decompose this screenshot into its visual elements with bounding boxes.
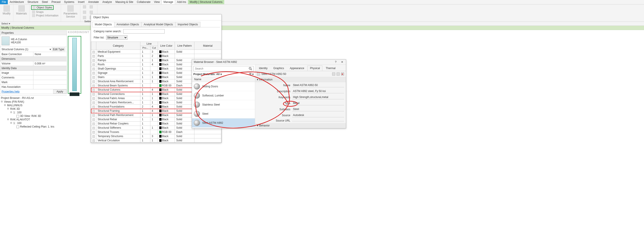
material-library-label[interactable]: Project Materials: All ▾ (193, 73, 222, 76)
rak-alakatot-node[interactable]: RAK ALAKATOT (7, 118, 66, 121)
materials-tool[interactable]: Materials (15, 5, 28, 15)
section-behavior[interactable]: ▾Behavior (255, 123, 346, 128)
tab-analytical-objects[interactable]: Analytical Model Objects (141, 22, 175, 27)
category-row[interactable]: +Vertical Circulation11BlackSolid (91, 138, 221, 143)
generic-icon[interactable] (83, 16, 86, 19)
tab-architecture[interactable]: Architecture (8, 0, 26, 4)
cat-name[interactable]: Parts (96, 54, 140, 58)
mattab-graphics[interactable]: Graphics (271, 65, 286, 71)
prop-comments-value[interactable] (33, 75, 66, 80)
tab-annotation-objects[interactable]: Annotation Objects (114, 22, 142, 27)
help-icon[interactable]: ? (335, 60, 338, 63)
material-item[interactable]: Softwood, Lumber (192, 91, 255, 100)
material-item[interactable]: Steel ASTM A992 (192, 118, 255, 128)
cat-name[interactable]: Structural Fabric Areas (96, 96, 140, 100)
modify-tool[interactable]: Modify (1, 5, 12, 15)
mattab-physical[interactable]: Physical (308, 65, 322, 71)
category-row[interactable]: +Structural Trusses1RGB 00Dash (91, 130, 221, 134)
info-name-value[interactable]: Steel ASTM A992-50 (292, 83, 344, 87)
cat-name[interactable]: Temporary Structures (96, 134, 140, 138)
tab-precast[interactable]: Precast (50, 0, 62, 4)
info-source-value[interactable]: Autodesk (292, 113, 344, 117)
category-row[interactable]: +Medical Equipment13BlackSolid (91, 50, 221, 54)
material-item[interactable]: Stainless Steel (192, 100, 255, 109)
cat-name[interactable]: Shaft Openings (96, 67, 140, 71)
project-info-button[interactable]: Project Information (31, 14, 60, 17)
mattab-appearance[interactable]: Appearance (288, 65, 307, 71)
cat-name[interactable]: Structural Beam Systems (96, 84, 140, 88)
cat-name[interactable]: Vertical Circulation (96, 138, 140, 143)
rak3d-node[interactable]: RAK 3D (7, 107, 66, 111)
tab-file[interactable]: File (0, 0, 8, 4)
cat-name[interactable]: Ramps (96, 58, 140, 62)
cat-name[interactable]: Medical Equipment (96, 50, 140, 54)
properties-help-link[interactable]: Properties help (0, 89, 21, 94)
tab-addins[interactable]: Add-Ins (175, 0, 188, 4)
cat-name[interactable]: Structural Path Reinforcement (96, 113, 140, 117)
generic-icon[interactable] (90, 11, 93, 14)
column-element[interactable] (72, 38, 77, 91)
tab-massing[interactable]: Massing & Site (114, 0, 135, 4)
cat-name[interactable]: Structural Area Reinforcement (96, 79, 140, 84)
search-icon[interactable] (248, 67, 252, 71)
tab-collaborate[interactable]: Collaborate (135, 0, 152, 4)
material-item[interactable]: Steel (192, 109, 255, 118)
category-row[interactable]: +Temporary Structures13BlackSolid (91, 134, 221, 138)
category-row[interactable]: +Parts12Black (91, 54, 221, 58)
cat-name[interactable]: Signage (96, 71, 140, 75)
info-desc-value[interactable]: ASTM A992 steel, Fy 50 ksi (292, 89, 344, 93)
info-type-value[interactable]: Metal (292, 101, 344, 105)
drawing-canvas[interactable]: KOORDINOINT (68, 31, 92, 128)
mattab-identity[interactable]: Identity (256, 65, 270, 71)
prop-mark-value[interactable] (33, 80, 66, 84)
object-styles-button[interactable]: Object Styles (31, 5, 54, 10)
tab-analyze[interactable]: Analyze (100, 0, 114, 4)
tab-model-objects[interactable]: Model Objects (92, 22, 114, 27)
rcp-leaf[interactable]: Reflected Ceiling Plan: 1. krs (13, 125, 66, 128)
dropdown-icon[interactable]: ▾ (50, 48, 51, 51)
catsearch-input[interactable] (123, 29, 164, 33)
type-selector[interactable]: HE-A Column HEA100 (0, 35, 67, 47)
tab-steel[interactable]: Steel (40, 0, 50, 4)
cat-name[interactable]: Structural Foundations (96, 105, 140, 109)
tab-imported-objects[interactable]: Imported Objects (175, 22, 200, 27)
info-subclass-value[interactable]: Steel (292, 107, 344, 111)
cat-name[interactable]: Structural Fabric Reinforcem... (96, 100, 140, 105)
view-3d-leaf[interactable]: 3D View: RAK 3D (13, 114, 66, 118)
dropdown-icon[interactable]: ▾ (252, 73, 254, 76)
cat-name[interactable]: Structural Connections (96, 92, 140, 96)
cat-name[interactable]: Structural Rebar Couplers (96, 122, 140, 126)
list-view-icon[interactable]: ☰ (249, 73, 252, 76)
apply-button[interactable]: Apply (53, 89, 66, 94)
tab-structure[interactable]: Structure (26, 0, 40, 4)
info-sourceurl-value[interactable] (292, 120, 344, 121)
section-information[interactable]: ▾Information (255, 77, 346, 82)
cat-name[interactable]: Structural Trusses (96, 130, 140, 134)
snaps-button[interactable]: Snaps (31, 10, 44, 14)
material-item[interactable]: Sliding Doors (192, 82, 255, 91)
edit-type-button[interactable]: Edit Type (52, 47, 65, 51)
parameters-service-tool[interactable]: Parameters Service (62, 5, 79, 19)
tab-view[interactable]: View (152, 0, 162, 4)
generic-icon[interactable] (83, 11, 86, 14)
cat-name[interactable]: Structural Stiffeners (96, 126, 140, 130)
tab-insert[interactable]: Insert (76, 0, 86, 4)
cat-name[interactable]: Stairs (96, 75, 140, 79)
cat-name[interactable]: Structural Rebar (96, 117, 140, 122)
prop-base-connection-value[interactable]: None (33, 52, 66, 56)
cat-name[interactable]: Structural Columns (96, 88, 140, 92)
tab-systems[interactable]: Systems (62, 0, 76, 4)
info-keywords-value[interactable]: High Strength,structural,metal (292, 95, 344, 99)
mallinnus-node[interactable]: MALLINNUS (4, 104, 66, 107)
filterlist-select[interactable]: Structure (106, 35, 128, 40)
material-search-input[interactable] (194, 67, 248, 70)
scale-node[interactable]: 1 : 100 (10, 111, 66, 114)
tab-manage[interactable]: Manage (162, 0, 175, 4)
asset-replace-icon[interactable] (332, 72, 335, 76)
tab-modify-structural-columns[interactable]: Modify | Structural Columns (188, 0, 224, 4)
views-node[interactable]: Views (FIN RAK) (1, 100, 66, 104)
close-icon[interactable]: ✕ (341, 60, 344, 63)
scale2-node[interactable]: 1 : 100 (10, 121, 66, 125)
asset-duplicate-icon[interactable] (336, 72, 340, 76)
generic-icon[interactable] (83, 5, 86, 8)
